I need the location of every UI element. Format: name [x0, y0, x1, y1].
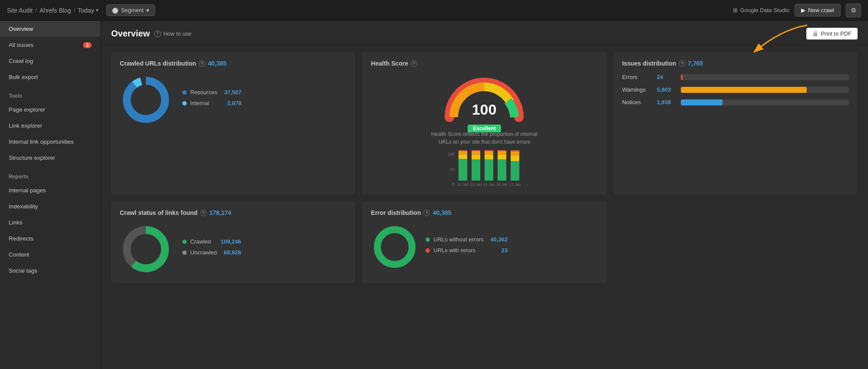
breadcrumb: Site Audit / Ahrefs Blog / Today ▾ ⬤ Seg…	[7, 4, 155, 16]
sidebar-item-redirects[interactable]: Redirects	[0, 231, 100, 247]
sidebar-item-links[interactable]: Links	[0, 214, 100, 231]
sidebar-item-social-tags[interactable]: Social tags	[0, 263, 100, 279]
new-crawl-button[interactable]: ▶ New crawl	[795, 4, 841, 16]
error-dist-legend: URLs without errors 40,362 URLs with err…	[426, 236, 508, 258]
sidebar-item-overview[interactable]: Overview	[0, 21, 100, 37]
health-score-badge: Excellent	[468, 125, 501, 132]
notices-row: Notices 1,938	[622, 99, 849, 105]
sidebar: Overview All issues 3 Crawl log Bulk exp…	[0, 21, 101, 369]
health-score-description: Health Score reflects the proportion of …	[431, 130, 538, 146]
svg-point-3	[132, 86, 160, 114]
internal-legend-item: Internal 2,878	[182, 100, 241, 106]
bar-col-4: 16 Jan	[496, 150, 508, 187]
crawled-urls-title: Crawled URLs distribution ? 40,385	[120, 60, 347, 67]
errors-bar	[681, 74, 683, 80]
play-icon: ▶	[801, 7, 805, 13]
notices-bar	[681, 99, 723, 105]
svg-point-11	[382, 234, 408, 260]
question-icon: ?	[154, 30, 161, 37]
breadcrumb-today[interactable]: Today ▾	[78, 7, 98, 14]
crawled-urls-donut	[120, 74, 172, 126]
bar-columns: 11 Jan 13 Jan	[457, 150, 521, 187]
crawled-dot	[182, 240, 187, 244]
question-icon: ?	[411, 60, 417, 67]
sidebar-item-indexability[interactable]: Indexability	[0, 198, 100, 214]
health-score-content: 100 Excellent Health Score reflects the …	[371, 74, 597, 187]
question-icon: ?	[199, 60, 205, 67]
segment-button[interactable]: ⬤ Segment ▾	[106, 4, 155, 16]
crawled-urls-content: Resources 37,507 Internal 2,878	[120, 74, 347, 126]
sidebar-item-link-explorer[interactable]: Link explorer	[0, 118, 100, 134]
print-to-pdf-button[interactable]: 🖨 Print to PDF	[806, 28, 858, 40]
chevron-down-icon: ▾	[146, 7, 149, 13]
issues-list: Errors 24 Warnings 5,803 N	[622, 74, 849, 105]
errors-bar-wrap	[681, 74, 849, 80]
main-header: Overview ? How to use 🖨 Print to PDF	[101, 21, 868, 45]
resources-legend-item: Resources 37,507	[182, 89, 241, 96]
crawl-status-content: Crawled 109,246 Uncrawled 68,928	[120, 223, 347, 275]
health-score-card: Health Score ? 100	[362, 52, 606, 194]
all-issues-badge: 3	[83, 42, 92, 48]
bar-col-1: 11 Jan	[457, 150, 469, 187]
uncrawled-legend-item: Uncrawled 68,928	[182, 249, 241, 256]
bar-col-5: 17 Jan	[509, 150, 521, 187]
main-layout: Overview All issues 3 Crawl log Bulk exp…	[0, 21, 868, 369]
settings-button[interactable]: ⚙	[846, 3, 861, 17]
error-distribution-card: Error distribution ? 40,385	[362, 201, 606, 283]
health-score-title: Health Score ?	[371, 60, 597, 67]
no-errors-legend-item: URLs without errors 40,362	[426, 236, 508, 243]
issues-distribution-card: Issues distribution ? 7,765 Errors 24 Wa…	[614, 52, 858, 194]
crawl-status-donut	[120, 223, 172, 275]
crawled-urls-card: Crawled URLs distribution ? 40,385	[111, 52, 355, 194]
question-icon: ?	[423, 210, 430, 216]
with-errors-dot	[426, 248, 430, 253]
main-content: Overview ? How to use 🖨 Print to PDF Cra…	[101, 21, 868, 369]
gear-icon: ⚙	[851, 7, 856, 14]
warnings-row: Warnings 5,803	[622, 86, 849, 93]
health-gauge: 100 Excellent	[441, 74, 528, 122]
question-icon: ?	[679, 60, 685, 67]
header-left: Overview ? How to use	[111, 29, 191, 39]
svg-text:100: 100	[472, 101, 497, 118]
gds-icon: ⊞	[733, 7, 738, 13]
topbar: Site Audit / Ahrefs Blog / Today ▾ ⬤ Seg…	[0, 0, 868, 21]
warnings-bar	[681, 87, 807, 93]
sidebar-item-all-issues[interactable]: All issues 3	[0, 37, 100, 53]
errors-row: Errors 24	[622, 74, 849, 80]
cards-grid: Crawled URLs distribution ? 40,385	[101, 45, 868, 290]
warnings-bar-wrap	[681, 87, 849, 93]
resources-dot	[182, 90, 187, 95]
internal-dot	[182, 101, 187, 105]
sidebar-item-internal-link-opportunities[interactable]: Internal link opportunities	[0, 134, 100, 150]
how-to-use-link[interactable]: ? How to use	[154, 30, 191, 37]
crawl-status-title: Crawl status of links found ? 178,174	[120, 209, 347, 216]
error-distribution-title: Error distribution ? 40,385	[371, 209, 597, 216]
breadcrumb-blog: Ahrefs Blog	[40, 7, 71, 14]
question-icon: ?	[200, 210, 207, 216]
sidebar-item-structure-explorer[interactable]: Structure explorer	[0, 150, 100, 166]
crawl-status-card: Crawl status of links found ? 178,174	[111, 201, 355, 283]
notices-bar-wrap	[681, 99, 849, 105]
crawled-legend-item: Crawled 109,246	[182, 238, 241, 245]
bar-col-3: 14 Jan	[483, 150, 495, 187]
error-donut	[371, 223, 419, 271]
sidebar-item-page-explorer[interactable]: Page explorer	[0, 102, 100, 118]
bar-col-2: 13 Jan	[470, 150, 482, 187]
chevron-down-icon: ▾	[96, 7, 99, 13]
page-title: Overview	[111, 29, 150, 39]
no-errors-dot	[426, 237, 430, 242]
tools-section-label: Tools	[0, 85, 100, 102]
sidebar-item-content[interactable]: Content	[0, 247, 100, 263]
with-errors-legend-item: URLs with errors 23	[426, 247, 508, 254]
sidebar-item-crawl-log[interactable]: Crawl log	[0, 53, 100, 69]
print-icon: 🖨	[812, 30, 818, 37]
sidebar-item-internal-pages[interactable]: Internal pages	[0, 182, 100, 198]
crawled-urls-legend: Resources 37,507 Internal 2,878	[182, 89, 241, 111]
google-data-studio-link[interactable]: ⊞ Google Data Studio	[733, 7, 789, 13]
breadcrumb-site-audit: Site Audit	[7, 7, 33, 14]
uncrawled-dot	[182, 250, 187, 255]
sidebar-item-bulk-export[interactable]: Bulk export	[0, 69, 100, 85]
topbar-right: ⊞ Google Data Studio ▶ New crawl ⚙	[733, 3, 861, 17]
health-bar-chart: 100 50 0 11 Jan	[448, 150, 521, 187]
crawl-status-legend: Crawled 109,246 Uncrawled 68,928	[182, 238, 241, 260]
